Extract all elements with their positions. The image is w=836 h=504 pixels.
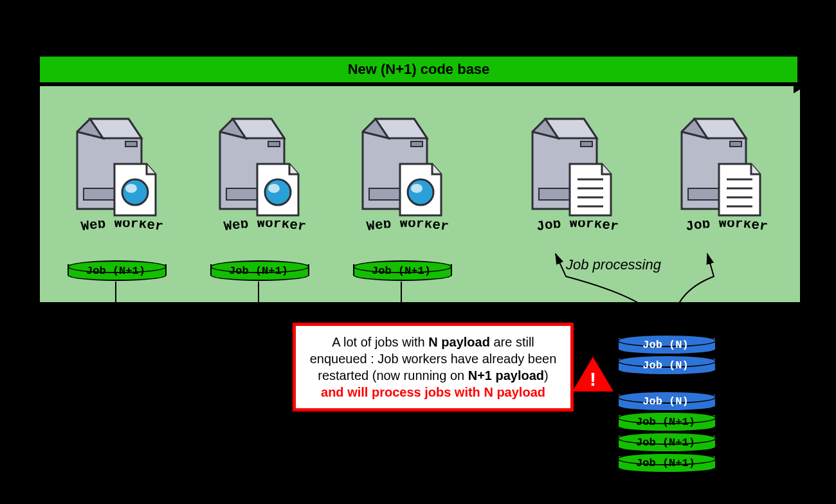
codebase-header-text: New (N+1) code base [348, 61, 490, 78]
note-text-1: A lot of jobs with [332, 335, 428, 349]
note-bold-1: N payload [428, 335, 490, 349]
server-icon: Web Worker [58, 106, 174, 235]
disk-label: Job (N+1) [353, 265, 450, 277]
job-disk: Job (N+1) [210, 260, 307, 280]
queue-item-old: Job (N) [617, 355, 714, 374]
disk-label: Job (N+1) [617, 457, 714, 469]
diagram-canvas: New (N+1) code base Web Worker Job (N+1)… [0, 0, 836, 504]
queue-item-new: Job (N+1) [617, 453, 714, 472]
server-icon: Job Worker [513, 106, 629, 235]
disk-label: Job (N) [617, 339, 714, 351]
job-queue-stack: Job (N) Job (N) Job (N) Job (N+1) Job (N… [617, 334, 714, 473]
queue-item-new: Job (N+1) [617, 411, 714, 431]
alert-glyph: ! [586, 368, 599, 390]
alert-triangle-icon: ! [572, 357, 613, 392]
timeline-arrow-icon [794, 45, 832, 91]
svg-text:Web Worker: Web Worker [223, 221, 307, 234]
server-icon: Job Worker [662, 106, 778, 235]
disk-label: Job (N+1) [210, 265, 307, 277]
disk-label: Job (N+1) [68, 265, 164, 277]
queue-item-old: Job (N) [617, 334, 714, 354]
disk-label: Job (N+1) [617, 437, 714, 449]
web-worker-1: Web Worker Job (N+1) [45, 106, 186, 280]
svg-text:Job Worker: Job Worker [536, 221, 620, 234]
note-text-3: ) [544, 368, 549, 382]
job-disk: Job (N+1) [68, 260, 164, 280]
note-red: and will process jobs with N payload [321, 385, 545, 399]
queue-item-new: Job (N+1) [617, 432, 714, 451]
disk-label: Job (N) [617, 359, 714, 372]
warning-note: A lot of jobs with N payload are still e… [293, 323, 574, 411]
server-icon: Web Worker [201, 106, 316, 235]
job-disk: Job (N+1) [353, 260, 450, 280]
web-worker-2: Web Worker Job (N+1) [188, 106, 329, 280]
job-processing-label: Job processing [566, 256, 661, 273]
web-worker-3: Web Worker Job (N+1) [331, 106, 472, 280]
svg-text:Web Worker: Web Worker [366, 221, 450, 234]
server-icon: Web Worker [343, 106, 459, 235]
note-bold-2: N+1 payload [468, 368, 544, 382]
job-worker-2: Job Worker [650, 106, 791, 235]
disk-label: Job (N) [617, 395, 714, 408]
svg-text:Web Worker: Web Worker [80, 221, 165, 234]
svg-text:Job Worker: Job Worker [685, 221, 769, 234]
disk-label: Job (N+1) [617, 416, 714, 428]
codebase-header-bar: New (N+1) code base [39, 55, 799, 84]
queue-item-old: Job (N) [617, 391, 714, 410]
job-worker-1: Job Worker [500, 106, 642, 235]
